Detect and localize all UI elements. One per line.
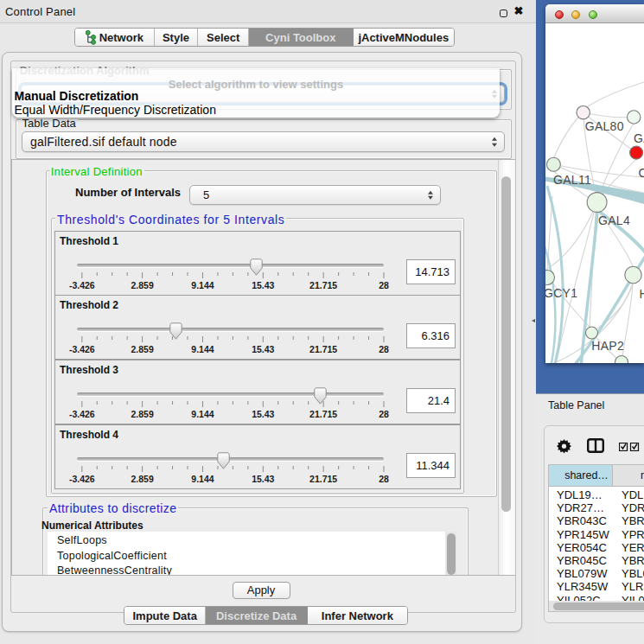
svg-text:HAP2: HAP2 [591, 339, 624, 353]
svg-text:GAL80: GAL80 [585, 119, 624, 133]
svg-text:H: H [640, 287, 644, 301]
svg-text:C: C [639, 166, 644, 180]
svg-text:GAL11: GAL11 [553, 173, 591, 187]
svg-text:GAL4: GAL4 [598, 214, 630, 227]
svg-text:GCY1: GCY1 [545, 286, 577, 300]
svg-text:GA: GA [634, 131, 644, 145]
